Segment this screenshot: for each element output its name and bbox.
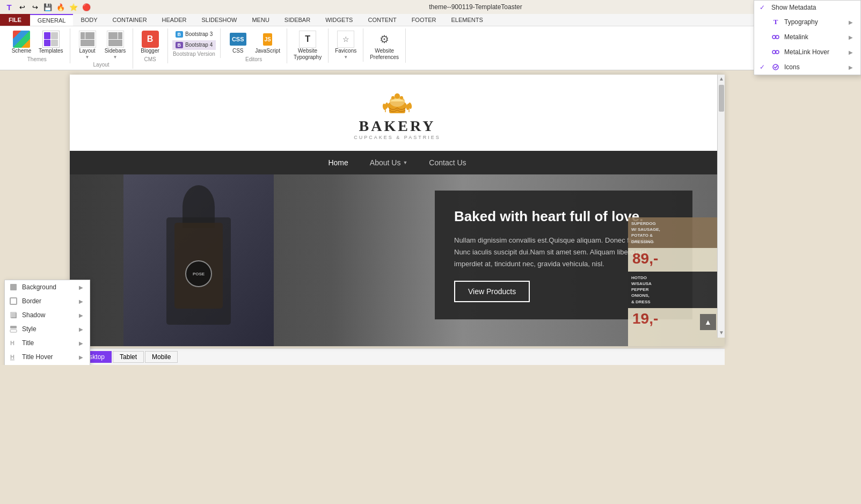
tab-slideshow[interactable]: SLIDESHOW xyxy=(194,14,244,26)
ribbon-content: Scheme Templates Themes Layout xyxy=(0,26,861,70)
sidebars-button[interactable]: Sidebars ▼ xyxy=(103,30,128,61)
context-menu-item-border[interactable]: Border ▶ xyxy=(5,294,90,308)
typography-tool-icon[interactable]: T xyxy=(4,2,14,12)
title-label: Title xyxy=(22,339,34,347)
ribbon-group-typography: T Website Typography xyxy=(287,28,329,63)
svg-rect-15 xyxy=(11,313,17,318)
context-menu-item-style[interactable]: Style ▶ xyxy=(5,322,90,336)
ribbon: FILE GENERAL BODY CONTAINER HEADER SLIDE… xyxy=(0,14,861,70)
gear-icon: ⚙ xyxy=(376,31,393,48)
website-typography-button[interactable]: T Website Typography xyxy=(291,30,324,62)
star-icon[interactable]: ⭐ xyxy=(69,2,78,12)
svg-rect-13 xyxy=(10,298,17,304)
editor-area: BAKERY CUPCAKES & PASTRIES Home About Us… xyxy=(0,70,861,365)
save-icon[interactable]: 💾 xyxy=(43,2,53,12)
templates-button[interactable]: Templates xyxy=(37,30,65,55)
nav-item-contact[interactable]: Contact Us xyxy=(429,158,466,167)
danger-icon[interactable]: 🔴 xyxy=(82,2,91,12)
context-menu-item-shadow[interactable]: Shadow ▶ xyxy=(5,308,90,322)
ribbon-tabs: FILE GENERAL BODY CONTAINER HEADER SLIDE… xyxy=(0,14,861,26)
svg-point-3 xyxy=(395,93,400,99)
shadow-arrow: ▶ xyxy=(79,312,83,318)
tab-container[interactable]: CONTAINER xyxy=(105,14,155,26)
about-dropdown-icon: ▼ xyxy=(403,160,407,165)
css-label: CSS xyxy=(232,48,244,54)
bootstrap3-button[interactable]: B Bootstrap 3 xyxy=(172,30,216,39)
context-menu-item-title[interactable]: H Title ▶ xyxy=(5,336,90,350)
svg-point-4 xyxy=(391,96,395,99)
bootstrap4-label: Bootstrap 4 xyxy=(185,42,213,48)
tab-widgets[interactable]: WIDGETS xyxy=(318,14,360,26)
top-bar: T ↩ ↪ 💾 🔥 ⭐ 🔴 theme--900119-TemplateToas… xyxy=(0,0,861,14)
svg-point-5 xyxy=(400,96,403,99)
context-menu-item-title-hover[interactable]: H Title Hover ▶ xyxy=(5,350,90,364)
css-button[interactable]: CSS CSS xyxy=(225,30,251,55)
bootstrap4-button[interactable]: B Bootstrap 4 xyxy=(172,40,216,50)
website-typography-label: Website Typography xyxy=(294,48,322,61)
tab-content[interactable]: CONTENT xyxy=(360,14,404,26)
redo-icon[interactable]: ↪ xyxy=(30,2,40,12)
themes-group-label: Themes xyxy=(27,56,47,62)
nav-item-about[interactable]: About Us ▼ xyxy=(370,158,408,167)
bakery-title: BAKERY xyxy=(359,118,436,135)
tablet-view-button[interactable]: Tablet xyxy=(113,351,144,363)
background-icon xyxy=(9,283,18,291)
right-context-menu: ✓ Show Metadata T Typography ▶ Metalink … xyxy=(754,70,861,75)
context-menu-item-heading-type[interactable]: H1 Heading Type ▶ xyxy=(5,364,90,365)
ribbon-group-favicons: ☆ Favicons ▼ xyxy=(329,28,363,62)
hero-section: POSE Baked with heart full of love. Null… xyxy=(70,174,725,346)
icons-circle-icon xyxy=(771,70,780,71)
bootstrap4-badge: B xyxy=(176,42,184,48)
typography-icon: T xyxy=(299,31,316,48)
svg-rect-16 xyxy=(10,326,17,328)
preview-scrollbar[interactable]: ▲ ▼ xyxy=(717,75,725,338)
blogger-button[interactable]: B Blogger xyxy=(137,30,163,55)
favicons-icon: ☆ xyxy=(337,31,354,48)
tab-general[interactable]: GENERAL xyxy=(30,14,74,26)
bootstrap3-badge: B xyxy=(176,31,184,38)
website-preferences-button[interactable]: ⚙ Website Preferences xyxy=(368,30,401,62)
title-hover-label: Title Hover xyxy=(22,353,53,361)
scrollbar-thumb[interactable] xyxy=(719,85,724,112)
title-icon: H xyxy=(9,339,18,347)
border-label: Border xyxy=(22,297,41,305)
blogger-label: Blogger xyxy=(141,48,159,54)
scrollbar-down-arrow[interactable]: ▼ xyxy=(718,328,725,337)
style-arrow: ▶ xyxy=(79,326,83,332)
shadow-icon xyxy=(9,311,18,319)
tab-elements[interactable]: ELEMENTS xyxy=(443,14,490,26)
mobile-view-button[interactable]: Mobile xyxy=(145,351,178,363)
bakery-nav: Home About Us ▼ Contact Us xyxy=(70,151,725,174)
right-menu-item-icons[interactable]: ✓ Icons ▶ xyxy=(754,70,860,75)
tab-sidebar[interactable]: SIDEBAR xyxy=(277,14,318,26)
blogger-icon: B xyxy=(142,31,159,48)
undo-icon[interactable]: ↩ xyxy=(17,2,27,12)
border-icon xyxy=(9,297,18,305)
fire-icon[interactable]: 🔥 xyxy=(56,2,65,12)
scheme-label: Scheme xyxy=(12,48,32,54)
scheme-button[interactable]: Scheme xyxy=(9,30,34,55)
view-products-button[interactable]: View Products xyxy=(454,281,530,302)
scrollbar-up-arrow[interactable]: ▲ xyxy=(718,75,725,83)
tab-body[interactable]: BODY xyxy=(73,14,105,26)
ribbon-group-layout: Layout ▼ Sidebars ▼ Layout xyxy=(70,28,133,69)
style-icon xyxy=(9,325,18,333)
tab-menu[interactable]: MENU xyxy=(244,14,276,26)
tab-header[interactable]: HEADER xyxy=(155,14,194,26)
layout-group-label: Layout xyxy=(93,62,110,68)
svg-text:H: H xyxy=(10,354,14,360)
tab-footer[interactable]: FOOTER xyxy=(404,14,444,26)
bottom-bar: Desktop Tablet Mobile xyxy=(70,348,725,365)
ribbon-group-cms: B Blogger CMS xyxy=(133,28,168,63)
tab-file[interactable]: FILE xyxy=(0,14,30,26)
context-menu-item-background[interactable]: Background ▶ xyxy=(5,280,90,294)
ribbon-group-preferences: ⚙ Website Preferences xyxy=(363,28,406,63)
favicons-button[interactable]: ☆ Favicons ▼ xyxy=(333,30,359,61)
layout-arrow: ▼ xyxy=(85,55,90,60)
javascript-button[interactable]: JS JavaScript xyxy=(253,30,282,55)
nav-item-home[interactable]: Home xyxy=(328,158,348,167)
layout-button[interactable]: Layout ▼ xyxy=(75,30,100,61)
scroll-up-arrow[interactable]: ▲ xyxy=(700,314,716,330)
svg-rect-12 xyxy=(10,284,17,290)
templates-label: Templates xyxy=(39,48,63,54)
